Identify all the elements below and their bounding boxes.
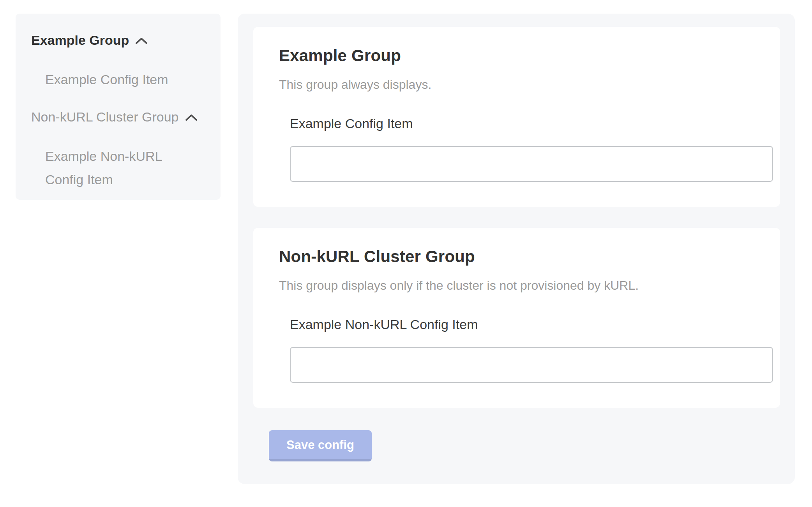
sidebar-group-non-kurl-cluster-group[interactable]: Non-kURL Cluster Group <box>31 109 205 125</box>
sidebar-group-label: Example Group <box>31 32 129 48</box>
group-description: This group always displays. <box>279 77 754 92</box>
config-main-panel: Example Group This group always displays… <box>238 14 795 484</box>
config-group-card-example-group: Example Group This group always displays… <box>253 27 780 207</box>
sidebar-group-label: Non-kURL Cluster Group <box>31 109 179 125</box>
sidebar-item-example-non-kurl-config-item[interactable]: Example Non-kURL Config Item <box>45 144 182 191</box>
group-title: Non-kURL Cluster Group <box>279 247 754 266</box>
config-item-label: Example Config Item <box>290 116 754 131</box>
sidebar-item-example-config-item[interactable]: Example Config Item <box>45 68 182 91</box>
chevron-up-icon <box>135 32 148 48</box>
chevron-up-icon <box>185 109 198 125</box>
example-non-kurl-config-item-input[interactable] <box>290 347 773 383</box>
config-item-label: Example Non-kURL Config Item <box>290 317 754 332</box>
save-config-button[interactable]: Save config <box>269 430 372 461</box>
config-group-card-non-kurl-cluster-group: Non-kURL Cluster Group This group displa… <box>253 228 780 408</box>
example-config-item-input[interactable] <box>290 146 773 182</box>
group-title: Example Group <box>279 46 754 65</box>
group-description: This group displays only if the cluster … <box>279 278 754 293</box>
config-sidebar: Example Group Example Config Item Non-kU… <box>16 14 221 200</box>
sidebar-group-example-group[interactable]: Example Group <box>31 32 205 48</box>
config-page: Example Group Example Config Item Non-kU… <box>0 0 812 507</box>
